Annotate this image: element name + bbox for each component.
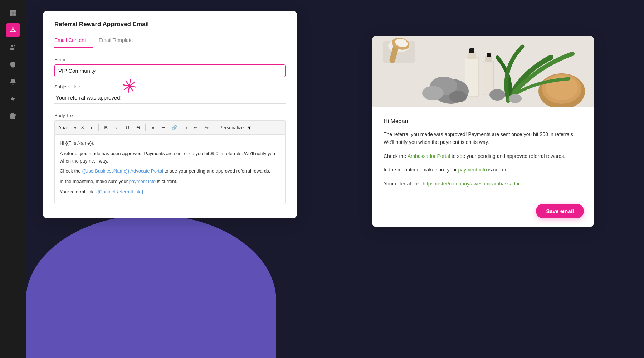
body-label: Body Text xyxy=(54,113,286,118)
svg-rect-23 xyxy=(483,61,494,95)
editor-toolbar: Arial ▾ 8 ▴ B I U S ≡ ☰ 🔗 Tx ↩ ↪ Persona… xyxy=(54,120,286,134)
preview-content: Hi Megan, The referral you made was appr… xyxy=(372,107,594,202)
para2-suffix: to see your pending and approved referra… xyxy=(450,153,565,159)
svg-rect-3 xyxy=(13,13,16,16)
clear-format-button[interactable]: Tx xyxy=(180,123,190,132)
body-line-2: A referral you made has been approved! P… xyxy=(60,150,280,165)
from-label: From xyxy=(54,57,286,62)
undo-button[interactable]: ↩ xyxy=(191,123,200,132)
tabs-bar: Email Content Email Template xyxy=(54,34,286,48)
link-button[interactable]: 🔗 xyxy=(170,123,179,132)
tab-email-content[interactable]: Email Content xyxy=(54,34,93,48)
preview-para2: Check the Ambassador Portal to see your … xyxy=(384,152,582,160)
svg-point-5 xyxy=(10,31,11,32)
svg-point-4 xyxy=(12,27,14,29)
underline-button[interactable]: U xyxy=(123,123,132,132)
svg-rect-13 xyxy=(10,114,16,116)
save-email-button[interactable]: Save email xyxy=(536,204,584,218)
redo-button[interactable]: ↪ xyxy=(202,123,211,132)
svg-rect-22 xyxy=(469,48,474,53)
svg-line-8 xyxy=(13,29,15,31)
sidebar-item-grid[interactable] xyxy=(6,6,20,20)
para4-prefix: Your referral link: xyxy=(384,181,423,187)
font-size: 8 xyxy=(81,125,84,130)
svg-rect-2 xyxy=(10,13,13,16)
sidebar-item-users[interactable] xyxy=(6,40,20,54)
personalize-button[interactable]: Personalize xyxy=(216,124,247,132)
svg-rect-0 xyxy=(10,10,13,13)
para3-suffix: is current. xyxy=(487,167,510,173)
svg-point-10 xyxy=(11,45,13,47)
italic-button[interactable]: I xyxy=(112,123,121,132)
tab-email-template[interactable]: Email Template xyxy=(99,34,140,48)
body-editor[interactable]: Hi {{FirstName}}, A referral you made ha… xyxy=(54,134,286,204)
sidebar-item-nodes[interactable] xyxy=(6,23,20,37)
font-selector[interactable]: Arial xyxy=(58,125,68,130)
from-input[interactable] xyxy=(54,64,286,77)
payment-info-link[interactable]: payment info xyxy=(458,167,487,173)
personalize-chevron: ▾ xyxy=(248,124,251,131)
svg-point-28 xyxy=(422,86,444,100)
ordered-list-button[interactable]: ≡ xyxy=(148,123,157,132)
svg-point-33 xyxy=(489,89,505,101)
svg-point-29 xyxy=(449,91,467,102)
referral-link-editor[interactable]: {{ContactReferralLink}} xyxy=(96,189,143,194)
asterisk-annotation: ✳ xyxy=(120,76,139,97)
payment-info-link-editor[interactable]: payment info xyxy=(129,179,156,184)
preview-footer: Save email xyxy=(372,202,594,227)
divider-1 xyxy=(98,124,99,131)
svg-point-11 xyxy=(14,45,15,46)
body-text-section: Body Text Arial ▾ 8 ▴ B I U S ≡ ☰ 🔗 Tx ↩… xyxy=(54,113,286,204)
email-content-card: Referral Reward Approved Email Email Con… xyxy=(43,11,297,218)
card-title: Referral Reward Approved Email xyxy=(54,21,286,28)
body-line-4: In the meantime, make sure your payment … xyxy=(60,178,280,185)
subject-input[interactable] xyxy=(54,92,286,104)
preview-para3: In the meantime, make sure your payment … xyxy=(384,166,582,174)
body-line-5: Your referral link: {{ContactReferralLin… xyxy=(60,188,280,196)
preview-para1: The referral you made was approved! Paym… xyxy=(384,130,582,146)
divider-2 xyxy=(145,124,146,131)
subject-label: Subject Line xyxy=(54,84,286,90)
sidebar-item-lightning[interactable] xyxy=(6,92,20,106)
preview-para4: Your referral link: https:roster/company… xyxy=(384,180,582,188)
email-preview-card: Hi Megan, The referral you made was appr… xyxy=(372,36,594,227)
preview-hero-image xyxy=(372,36,594,107)
referral-link-preview[interactable]: https:roster/company/awesomeambassador xyxy=(423,181,520,187)
svg-rect-25 xyxy=(487,53,491,57)
sidebar-item-shield[interactable] xyxy=(6,57,20,72)
body-line-1: Hi {{FirstName}}, xyxy=(60,140,280,147)
svg-point-6 xyxy=(14,31,16,32)
svg-rect-12 xyxy=(10,115,15,119)
font-size-down[interactable]: ▾ xyxy=(70,123,80,132)
background-blob xyxy=(26,215,276,358)
para3-prefix: In the meantime, make sure your xyxy=(384,167,458,173)
sidebar xyxy=(0,0,26,358)
preview-greeting: Hi Megan, xyxy=(384,118,582,125)
svg-line-7 xyxy=(11,29,13,31)
strikethrough-button[interactable]: S xyxy=(133,123,143,132)
svg-rect-1 xyxy=(13,10,16,13)
para2-prefix: Check the xyxy=(384,153,408,159)
ambassador-portal-link[interactable]: Ambassador Portal xyxy=(408,153,450,159)
sidebar-item-gift[interactable] xyxy=(6,109,20,123)
advocate-portal-link[interactable]: {{UserBusinessName}} Advocate Portal xyxy=(82,168,163,174)
sidebar-item-bell[interactable] xyxy=(6,74,20,89)
body-line-3: Check the {{UserBusinessName}} Advocate … xyxy=(60,168,280,175)
font-size-up[interactable]: ▴ xyxy=(87,123,96,132)
svg-point-34 xyxy=(509,94,522,103)
bold-button[interactable]: B xyxy=(101,123,111,132)
unordered-list-button[interactable]: ☰ xyxy=(159,123,168,132)
divider-3 xyxy=(214,124,214,131)
